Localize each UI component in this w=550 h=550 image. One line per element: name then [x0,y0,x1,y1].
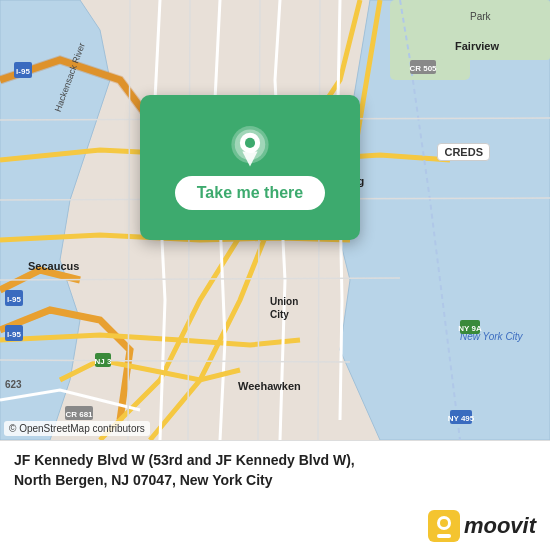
address-line2: North Bergen, NJ 07047, New York City [14,472,273,488]
svg-text:CR 681: CR 681 [65,410,93,419]
svg-text:I-95: I-95 [7,295,21,304]
address-line1: JF Kennedy Blvd W (53rd and JF Kennedy B… [14,452,355,468]
svg-point-34 [245,137,255,147]
svg-text:NJ 3: NJ 3 [95,357,112,366]
svg-text:Union: Union [270,296,298,307]
svg-text:City: City [270,309,289,320]
location-card: Take me there [140,95,360,240]
svg-text:Fairview: Fairview [455,40,499,52]
svg-text:Park: Park [470,11,492,22]
moovit-logo: moovit [14,510,536,542]
app: Secaucus Guttenberg Union City Weehawken… [0,0,550,550]
svg-text:I-95: I-95 [7,330,21,339]
svg-text:NY 9A: NY 9A [458,324,482,333]
creds-badge: CREDS [437,143,490,161]
svg-point-38 [440,519,448,527]
address-text: JF Kennedy Blvd W (53rd and JF Kennedy B… [14,451,536,506]
take-me-there-button[interactable]: Take me there [175,176,325,210]
bottom-bar: JF Kennedy Blvd W (53rd and JF Kennedy B… [0,440,550,550]
svg-text:623: 623 [5,379,22,390]
moovit-brand-text: moovit [464,513,536,539]
osm-attribution: © OpenStreetMap contributors [4,421,150,436]
map-container: Secaucus Guttenberg Union City Weehawken… [0,0,550,440]
pin-icon [228,126,272,170]
svg-text:Secaucus: Secaucus [28,260,79,272]
svg-text:NY 495: NY 495 [448,414,475,423]
moovit-icon [428,510,460,542]
svg-text:I-95: I-95 [16,67,30,76]
svg-text:CR 505: CR 505 [409,64,437,73]
svg-rect-39 [437,534,451,538]
svg-text:Weehawken: Weehawken [238,380,301,392]
